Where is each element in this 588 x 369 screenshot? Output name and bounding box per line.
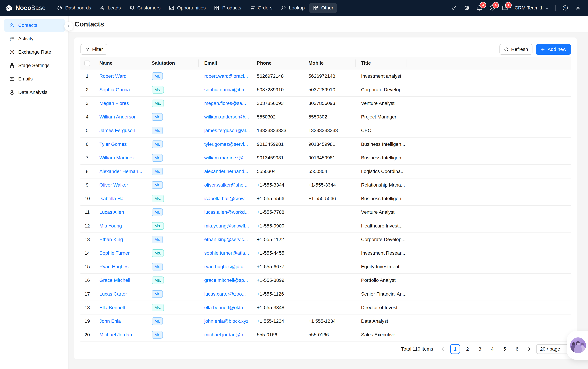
refresh-button[interactable]: Refresh [499, 44, 532, 55]
contact-name-link[interactable]: Sophie Turner [99, 250, 130, 256]
phone-cell: 9013459981 [251, 138, 303, 151]
name-cell: Lucas Carter [94, 287, 146, 301]
nav-item-orders[interactable]: Orders [246, 3, 276, 13]
pagination-page-5[interactable]: 5 [500, 344, 509, 354]
contact-email-link[interactable]: robert.ward@oracl... [204, 73, 248, 79]
contact-email-link[interactable]: alexander.hernand... [204, 169, 248, 174]
title-cell: Healthcare Invest... [355, 219, 406, 233]
nav-item-opportunities[interactable]: Opportunities [165, 3, 210, 13]
contact-name-link[interactable]: William Martinez [99, 155, 135, 160]
contact-name-link[interactable]: Ryan Hughes [99, 264, 129, 269]
contact-email-link[interactable]: oliver.walker@sho... [204, 182, 247, 188]
contact-email-link[interactable]: tyler.gomez@servi... [204, 142, 248, 147]
filter-button-label: Filter [92, 47, 103, 52]
sidebar-item-data-analysis[interactable]: Data Analysis [4, 86, 65, 99]
pagination-page-3[interactable]: 3 [475, 344, 485, 354]
contact-name-link[interactable]: Megan Flores [99, 101, 129, 106]
add-new-button[interactable]: Add new [536, 44, 571, 55]
contact-email-link[interactable]: michael.jordan@p... [204, 332, 247, 337]
sidebar-item-activity[interactable]: 123Activity [4, 32, 65, 45]
contact-email-link[interactable]: mia.young@snowfl... [204, 223, 249, 228]
pagination-next-button[interactable] [525, 344, 534, 354]
contact-email-link[interactable]: megan.flores@sa... [204, 101, 246, 106]
contact-name-link[interactable]: Ethan King [99, 237, 123, 242]
phone-cell: 5550304 [251, 165, 303, 178]
team-switcher[interactable]: CRM Team 1 [515, 5, 549, 11]
gear-icon[interactable] [464, 5, 470, 11]
contact-name-link[interactable]: Mia Young [99, 223, 122, 228]
sidebar-item-emails[interactable]: Emails [4, 72, 65, 86]
chevron-left-icon [441, 347, 445, 351]
contact-name-link[interactable]: Robert Ward [99, 73, 127, 79]
pagination-page-1[interactable]: 1 [450, 344, 460, 354]
contact-email-link[interactable]: william.anderson@... [204, 114, 249, 120]
contact-email-link[interactable]: grace.mitchell@sp... [204, 277, 248, 283]
contact-email-link[interactable]: ella.bennett@okta.... [204, 305, 248, 310]
nav-item-customers[interactable]: Customers [125, 3, 164, 13]
contact-name-link[interactable]: Alexander Hernan... [99, 169, 142, 174]
column-header-phone: Phone [251, 57, 303, 70]
contact-name-link[interactable]: Ella Bennett [99, 305, 125, 310]
pagination-prev-button[interactable] [439, 344, 447, 354]
salutation-tag: Mr. [152, 181, 163, 189]
contact-email-link[interactable]: john.enla@block.xyz [204, 318, 248, 324]
nav-item-lookup[interactable]: Lookup [277, 3, 309, 13]
envelope-icon[interactable]: 1 [502, 5, 508, 11]
table-row: 20Michael JordanMr.michael.jordan@p...55… [81, 328, 571, 342]
nav-item-products[interactable]: Products [210, 3, 245, 13]
sidebar-collapse-button[interactable] [64, 22, 73, 31]
contact-email-link[interactable]: lucas.allen@workd... [204, 209, 249, 215]
title-cell: CEO [355, 124, 406, 138]
salutation-cell: Mr. [146, 206, 199, 219]
contact-name-link[interactable]: John Enla [99, 318, 121, 324]
floating-assistant-widget[interactable] [567, 331, 588, 360]
title-cell: Relationship Mana... [355, 178, 406, 192]
highlighter-icon[interactable] [451, 5, 457, 11]
contact-email-link[interactable]: sophie.turner@atla... [204, 250, 249, 256]
nav-item-other[interactable]: Other [309, 3, 337, 13]
salutation-cell: Mr. [146, 287, 199, 301]
contact-email-link[interactable]: ryan.hughes@jd.c... [204, 264, 247, 269]
contact-name-link[interactable]: Lucas Carter [99, 291, 127, 297]
brand-logo[interactable]: NocoBase [5, 4, 46, 12]
contact-email-link[interactable]: ethan.king@servic... [204, 237, 248, 242]
pagination-page-4[interactable]: 4 [487, 344, 497, 354]
contact-name-link[interactable]: James Ferguson [99, 128, 135, 133]
contact-name-link[interactable]: Michael Jordan [99, 332, 132, 337]
contact-name-link[interactable]: Grace Mitchell [99, 277, 130, 283]
contact-name-link[interactable]: Oliver Walker [99, 182, 128, 188]
contact-email-link[interactable]: james.ferguson@al... [204, 128, 250, 133]
sidebar-item-stage-settings[interactable]: Stage Settings [4, 59, 65, 72]
pagination-page-2[interactable]: 2 [463, 344, 472, 354]
table-row: 14Sophie TurnerMs.sophie.turner@atla...+… [81, 246, 571, 260]
nocobase-logo-icon [5, 4, 13, 12]
contact-name-link[interactable]: Isabella Hall [99, 196, 126, 201]
user-icon[interactable] [575, 5, 581, 11]
dollar-circle-icon: $ [9, 49, 15, 55]
pagination-page-6[interactable]: 6 [512, 344, 522, 354]
mobile-cell: +1-555-5566 [303, 192, 355, 206]
ordered-list-icon: 123 [9, 36, 15, 41]
contact-name-link[interactable]: William Anderson [99, 114, 137, 120]
contact-name-link[interactable]: Tyler Gomez [99, 142, 127, 147]
select-all-checkbox[interactable] [84, 61, 90, 66]
app-root: { "colors": { "accent": "#1677ff", "navb… [0, 0, 588, 369]
check-circle-icon[interactable]: 4 [489, 5, 495, 11]
sidebar-item-exchange-rate[interactable]: $Exchange Rate [4, 45, 65, 59]
bell-icon[interactable]: 4 [476, 5, 483, 11]
question-circle-icon[interactable]: ? [562, 5, 568, 11]
contact-name-link[interactable]: Sophia Garcia [99, 87, 130, 92]
email-cell: lucas.carter@zoo... [199, 287, 251, 301]
contact-email-link[interactable]: william.martinez@... [204, 155, 247, 160]
nav-item-leads[interactable]: Leads [96, 3, 124, 13]
contact-email-link[interactable]: sophia.garcia@ibm... [204, 87, 249, 92]
contact-email-link[interactable]: lucas.carter@zoo... [204, 291, 246, 297]
contact-name-link[interactable]: Lucas Allen [99, 209, 124, 215]
phone-cell: 3037856093 [251, 97, 303, 110]
nav-item-dashboards[interactable]: Dashboards [53, 3, 95, 13]
contact-email-link[interactable]: isabella.hall@crow... [204, 196, 248, 201]
page-size-select[interactable]: 20 / page [536, 344, 571, 354]
content-area: Filter Refresh Ad [69, 32, 588, 359]
sidebar-item-contacts[interactable]: Contacts [4, 19, 65, 32]
filter-button[interactable]: Filter [81, 44, 107, 55]
